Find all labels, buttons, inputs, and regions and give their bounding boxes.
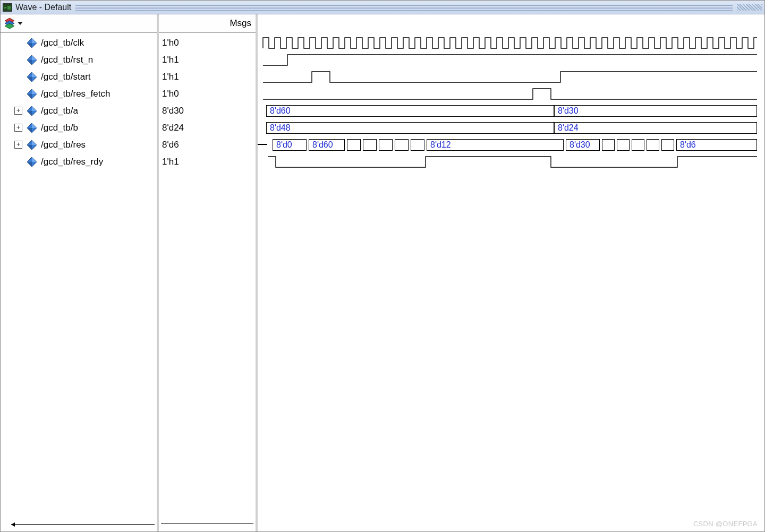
signal-diamond-icon bbox=[26, 122, 38, 134]
bus-segment: 8'd12 bbox=[427, 139, 564, 151]
signal-diamond-icon bbox=[26, 105, 38, 117]
svg-marker-7 bbox=[32, 55, 37, 60]
waveform-pane[interactable]: 8'd608'd308'd488'd248'd08'd608'd128'd308… bbox=[258, 14, 764, 531]
window-title: Wave - Default bbox=[15, 3, 71, 12]
bus-segment: 8'd0 bbox=[273, 139, 307, 151]
bus-segment bbox=[632, 139, 644, 151]
signal-name: /gcd_tb/clk bbox=[41, 38, 84, 48]
bus-segment: 8'd60 bbox=[266, 105, 554, 117]
msg-value: 8'd30 bbox=[159, 102, 256, 119]
bus-segment bbox=[411, 139, 424, 151]
signal-diamond-icon bbox=[26, 37, 38, 49]
titlebar-decoration bbox=[75, 4, 733, 11]
msgs-list: 1'h01'h11'h11'h08'd308'd248'd61'h1 bbox=[159, 32, 256, 523]
msg-value: 1'h1 bbox=[159, 52, 256, 68]
waveform-trace bbox=[258, 68, 764, 85]
signal-diamond-icon bbox=[26, 54, 38, 66]
waveform-trace bbox=[258, 35, 764, 52]
svg-marker-8 bbox=[27, 60, 32, 65]
signal-name: /gcd_tb/rst_n bbox=[41, 55, 93, 65]
msg-value: 1'h0 bbox=[159, 35, 256, 52]
signals-pane: /gcd_tb/clk/gcd_tb/rst_n/gcd_tb/start/gc… bbox=[1, 14, 159, 531]
msg-value: 1'h0 bbox=[159, 85, 256, 102]
signal-name: /gcd_tb/start bbox=[41, 72, 91, 82]
msgs-pane: Msgs 1'h01'h11'h11'h08'd308'd248'd61'h1 bbox=[159, 14, 258, 531]
signal-name: /gcd_tb/res_rdy bbox=[41, 157, 103, 167]
signals-pane-header[interactable] bbox=[1, 14, 157, 32]
signal-diamond-icon bbox=[26, 139, 38, 151]
bus-row: 8'd488'd24 bbox=[258, 119, 764, 136]
signal-name: /gcd_tb/b bbox=[41, 123, 78, 133]
bus-segment bbox=[602, 139, 615, 151]
bus-row: 8'd608'd30 bbox=[258, 102, 764, 119]
signal-row[interactable]: +/gcd_tb/a bbox=[1, 102, 157, 119]
bus-segment bbox=[395, 139, 409, 151]
bus-segment: 8'd6 bbox=[676, 139, 757, 151]
chevron-down-icon[interactable] bbox=[18, 22, 23, 25]
wave-app-icon bbox=[3, 3, 12, 12]
expand-icon[interactable]: + bbox=[14, 107, 22, 115]
signal-name: /gcd_tb/res_fetch bbox=[41, 89, 110, 99]
bus-segment: 8'd30 bbox=[554, 105, 757, 117]
body-area: /gcd_tb/clk/gcd_tb/rst_n/gcd_tb/start/gc… bbox=[1, 14, 764, 531]
msgs-footer bbox=[161, 523, 253, 531]
signal-row[interactable]: /gcd_tb/start bbox=[1, 68, 157, 85]
bus-segment: 8'd24 bbox=[554, 122, 757, 134]
signal-row[interactable]: +/gcd_tb/res bbox=[1, 136, 157, 153]
signal-row[interactable]: +/gcd_tb/b bbox=[1, 119, 157, 136]
bus-segment bbox=[647, 139, 659, 151]
msg-value: 1'h1 bbox=[159, 68, 256, 85]
titlebar-grip[interactable] bbox=[737, 4, 762, 11]
msgs-header-label: Msgs bbox=[230, 18, 251, 29]
bus-segment: 8'd60 bbox=[309, 139, 345, 151]
signal-diamond-icon bbox=[26, 71, 38, 83]
bus-segment: 8'd30 bbox=[566, 139, 600, 151]
bus-segment bbox=[379, 139, 393, 151]
bus-segment bbox=[661, 139, 674, 151]
watermark: CSDN @ONEFPGA bbox=[693, 520, 758, 528]
waveform-trace bbox=[258, 85, 764, 102]
waveform-trace bbox=[258, 153, 764, 170]
expand-icon[interactable]: + bbox=[14, 124, 22, 132]
titlebar[interactable]: Wave - Default bbox=[1, 1, 764, 14]
waveform-body[interactable]: 8'd608'd308'd488'd248'd08'd608'd128'd308… bbox=[258, 32, 764, 531]
bus-segment bbox=[347, 139, 361, 151]
signal-list: /gcd_tb/clk/gcd_tb/rst_n/gcd_tb/start/gc… bbox=[1, 32, 157, 523]
signals-footer[interactable] bbox=[1, 523, 157, 531]
msg-value: 1'h1 bbox=[159, 153, 256, 170]
signal-name: /gcd_tb/res bbox=[41, 140, 86, 150]
waveform-trace bbox=[258, 52, 764, 68]
expand-icon[interactable]: + bbox=[14, 141, 22, 149]
bus-segment bbox=[617, 139, 630, 151]
signal-diamond-icon bbox=[26, 156, 38, 168]
signal-name: /gcd_tb/a bbox=[41, 106, 78, 116]
signal-row[interactable]: /gcd_tb/res_fetch bbox=[1, 85, 157, 102]
signal-row[interactable]: /gcd_tb/res_rdy bbox=[1, 153, 157, 170]
wave-window: Wave - Default /gcd_tb/clk/gcd_tb/rst_n/… bbox=[0, 0, 765, 532]
bus-segment bbox=[363, 139, 377, 151]
signal-row[interactable]: /gcd_tb/rst_n bbox=[1, 52, 157, 68]
bus-segment: 8'd48 bbox=[266, 122, 554, 134]
msg-value: 8'd24 bbox=[159, 119, 256, 136]
svg-marker-4 bbox=[32, 38, 37, 43]
signal-diamond-icon bbox=[26, 88, 38, 100]
bus-row: 8'd08'd608'd128'd308'd6 bbox=[258, 136, 764, 153]
signal-row[interactable]: /gcd_tb/clk bbox=[1, 35, 157, 52]
layers-icon[interactable] bbox=[4, 18, 15, 29]
msg-value: 8'd6 bbox=[159, 136, 256, 153]
bus-idle-line bbox=[258, 144, 267, 145]
svg-marker-5 bbox=[27, 43, 32, 48]
waveform-header bbox=[258, 14, 764, 32]
msgs-pane-header: Msgs bbox=[159, 14, 256, 32]
scroll-left-icon[interactable] bbox=[11, 522, 15, 527]
